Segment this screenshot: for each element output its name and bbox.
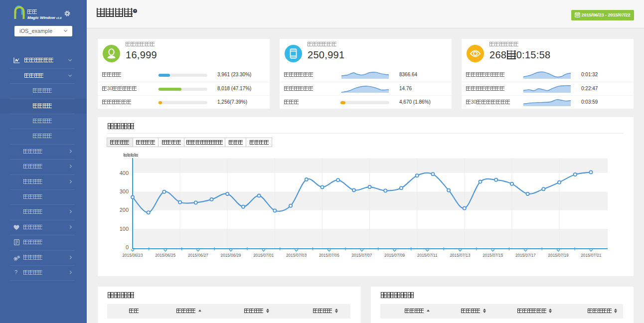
svg-text:0: 0 bbox=[126, 244, 129, 250]
svg-text:2015/07/21: 2015/07/21 bbox=[581, 253, 601, 258]
svg-text:2015/06/23: 2015/06/23 bbox=[123, 253, 143, 258]
svg-text:400: 400 bbox=[120, 170, 129, 176]
svg-text:200: 200 bbox=[120, 207, 129, 213]
svg-text:2015/07/03: 2015/07/03 bbox=[286, 253, 307, 258]
svg-text:2015/06/27: 2015/06/27 bbox=[188, 253, 208, 258]
svg-text:2015/06/25: 2015/06/25 bbox=[155, 253, 175, 258]
svg-text:2015/07/15: 2015/07/15 bbox=[483, 253, 503, 258]
svg-text:2015/07/13: 2015/07/13 bbox=[450, 253, 471, 258]
svg-text:2015/07/01: 2015/07/01 bbox=[253, 253, 274, 258]
svg-text:100: 100 bbox=[120, 226, 129, 232]
svg-text:2015/06/29: 2015/06/29 bbox=[221, 253, 241, 258]
svg-text:2015/07/07: 2015/07/07 bbox=[351, 253, 372, 258]
svg-text:2015/07/05: 2015/07/05 bbox=[319, 253, 339, 258]
svg-text:2015/07/09: 2015/07/09 bbox=[384, 253, 405, 258]
svg-text:2015/07/19: 2015/07/19 bbox=[548, 253, 569, 258]
svg-text:2015/07/11: 2015/07/11 bbox=[417, 253, 438, 258]
svg-text:300: 300 bbox=[120, 188, 129, 194]
svg-text:2015/07/17: 2015/07/17 bbox=[515, 253, 536, 258]
